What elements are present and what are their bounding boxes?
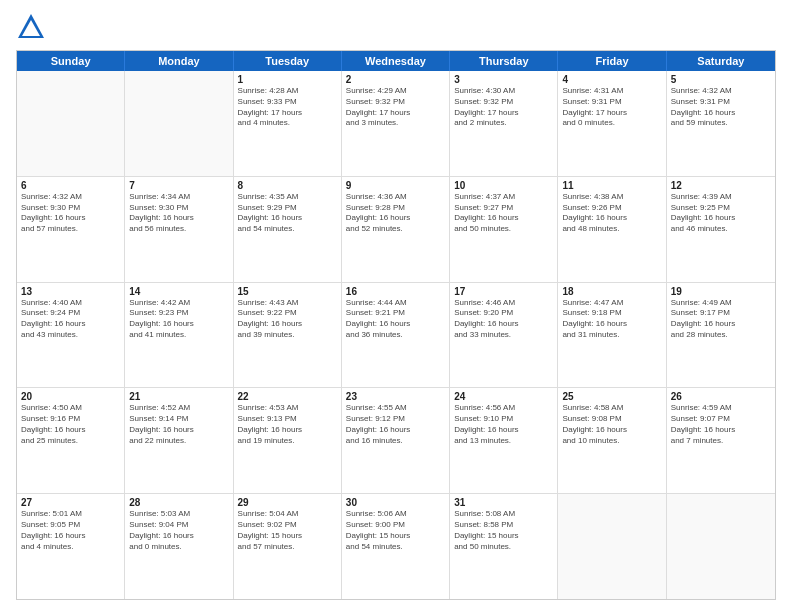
- day-cell-16: 16Sunrise: 4:44 AMSunset: 9:21 PMDayligh…: [342, 283, 450, 388]
- day-info: Sunrise: 5:01 AMSunset: 9:05 PMDaylight:…: [21, 509, 120, 552]
- day-number: 7: [129, 180, 228, 191]
- day-info: Sunrise: 4:42 AMSunset: 9:23 PMDaylight:…: [129, 298, 228, 341]
- day-number: 16: [346, 286, 445, 297]
- day-number: 31: [454, 497, 553, 508]
- day-info: Sunrise: 4:32 AMSunset: 9:30 PMDaylight:…: [21, 192, 120, 235]
- day-cell-8: 8Sunrise: 4:35 AMSunset: 9:29 PMDaylight…: [234, 177, 342, 282]
- day-number: 14: [129, 286, 228, 297]
- day-info: Sunrise: 4:39 AMSunset: 9:25 PMDaylight:…: [671, 192, 771, 235]
- calendar-row-1: 1Sunrise: 4:28 AMSunset: 9:33 PMDaylight…: [17, 71, 775, 177]
- day-info: Sunrise: 5:08 AMSunset: 8:58 PMDaylight:…: [454, 509, 553, 552]
- day-number: 15: [238, 286, 337, 297]
- day-info: Sunrise: 4:53 AMSunset: 9:13 PMDaylight:…: [238, 403, 337, 446]
- day-info: Sunrise: 4:58 AMSunset: 9:08 PMDaylight:…: [562, 403, 661, 446]
- header-day-thursday: Thursday: [450, 51, 558, 71]
- day-info: Sunrise: 4:56 AMSunset: 9:10 PMDaylight:…: [454, 403, 553, 446]
- day-info: Sunrise: 4:34 AMSunset: 9:30 PMDaylight:…: [129, 192, 228, 235]
- empty-cell: [558, 494, 666, 599]
- day-cell-2: 2Sunrise: 4:29 AMSunset: 9:32 PMDaylight…: [342, 71, 450, 176]
- header-day-monday: Monday: [125, 51, 233, 71]
- day-cell-1: 1Sunrise: 4:28 AMSunset: 9:33 PMDaylight…: [234, 71, 342, 176]
- page: SundayMondayTuesdayWednesdayThursdayFrid…: [0, 0, 792, 612]
- day-cell-18: 18Sunrise: 4:47 AMSunset: 9:18 PMDayligh…: [558, 283, 666, 388]
- day-info: Sunrise: 4:31 AMSunset: 9:31 PMDaylight:…: [562, 86, 661, 129]
- logo-icon: [16, 12, 46, 42]
- day-cell-5: 5Sunrise: 4:32 AMSunset: 9:31 PMDaylight…: [667, 71, 775, 176]
- day-cell-3: 3Sunrise: 4:30 AMSunset: 9:32 PMDaylight…: [450, 71, 558, 176]
- header-day-wednesday: Wednesday: [342, 51, 450, 71]
- day-number: 6: [21, 180, 120, 191]
- day-cell-4: 4Sunrise: 4:31 AMSunset: 9:31 PMDaylight…: [558, 71, 666, 176]
- day-info: Sunrise: 4:49 AMSunset: 9:17 PMDaylight:…: [671, 298, 771, 341]
- day-number: 3: [454, 74, 553, 85]
- day-number: 23: [346, 391, 445, 402]
- calendar-row-5: 27Sunrise: 5:01 AMSunset: 9:05 PMDayligh…: [17, 494, 775, 599]
- day-number: 22: [238, 391, 337, 402]
- day-number: 26: [671, 391, 771, 402]
- day-cell-22: 22Sunrise: 4:53 AMSunset: 9:13 PMDayligh…: [234, 388, 342, 493]
- calendar-row-3: 13Sunrise: 4:40 AMSunset: 9:24 PMDayligh…: [17, 283, 775, 389]
- day-number: 10: [454, 180, 553, 191]
- day-number: 9: [346, 180, 445, 191]
- day-cell-23: 23Sunrise: 4:55 AMSunset: 9:12 PMDayligh…: [342, 388, 450, 493]
- day-cell-28: 28Sunrise: 5:03 AMSunset: 9:04 PMDayligh…: [125, 494, 233, 599]
- day-info: Sunrise: 4:44 AMSunset: 9:21 PMDaylight:…: [346, 298, 445, 341]
- day-cell-7: 7Sunrise: 4:34 AMSunset: 9:30 PMDaylight…: [125, 177, 233, 282]
- empty-cell: [125, 71, 233, 176]
- day-number: 11: [562, 180, 661, 191]
- day-info: Sunrise: 4:43 AMSunset: 9:22 PMDaylight:…: [238, 298, 337, 341]
- day-info: Sunrise: 4:55 AMSunset: 9:12 PMDaylight:…: [346, 403, 445, 446]
- day-info: Sunrise: 4:30 AMSunset: 9:32 PMDaylight:…: [454, 86, 553, 129]
- day-number: 29: [238, 497, 337, 508]
- day-info: Sunrise: 4:32 AMSunset: 9:31 PMDaylight:…: [671, 86, 771, 129]
- calendar-row-2: 6Sunrise: 4:32 AMSunset: 9:30 PMDaylight…: [17, 177, 775, 283]
- day-number: 13: [21, 286, 120, 297]
- day-number: 5: [671, 74, 771, 85]
- day-number: 2: [346, 74, 445, 85]
- day-number: 19: [671, 286, 771, 297]
- day-number: 18: [562, 286, 661, 297]
- day-info: Sunrise: 4:28 AMSunset: 9:33 PMDaylight:…: [238, 86, 337, 129]
- day-cell-27: 27Sunrise: 5:01 AMSunset: 9:05 PMDayligh…: [17, 494, 125, 599]
- day-info: Sunrise: 4:52 AMSunset: 9:14 PMDaylight:…: [129, 403, 228, 446]
- day-info: Sunrise: 4:59 AMSunset: 9:07 PMDaylight:…: [671, 403, 771, 446]
- day-cell-15: 15Sunrise: 4:43 AMSunset: 9:22 PMDayligh…: [234, 283, 342, 388]
- day-info: Sunrise: 4:50 AMSunset: 9:16 PMDaylight:…: [21, 403, 120, 446]
- day-cell-10: 10Sunrise: 4:37 AMSunset: 9:27 PMDayligh…: [450, 177, 558, 282]
- header-day-saturday: Saturday: [667, 51, 775, 71]
- day-cell-21: 21Sunrise: 4:52 AMSunset: 9:14 PMDayligh…: [125, 388, 233, 493]
- calendar-body: 1Sunrise: 4:28 AMSunset: 9:33 PMDaylight…: [17, 71, 775, 599]
- day-info: Sunrise: 4:37 AMSunset: 9:27 PMDaylight:…: [454, 192, 553, 235]
- day-cell-12: 12Sunrise: 4:39 AMSunset: 9:25 PMDayligh…: [667, 177, 775, 282]
- day-cell-29: 29Sunrise: 5:04 AMSunset: 9:02 PMDayligh…: [234, 494, 342, 599]
- day-number: 27: [21, 497, 120, 508]
- header: [16, 12, 776, 42]
- day-number: 30: [346, 497, 445, 508]
- day-info: Sunrise: 4:38 AMSunset: 9:26 PMDaylight:…: [562, 192, 661, 235]
- day-number: 28: [129, 497, 228, 508]
- day-cell-26: 26Sunrise: 4:59 AMSunset: 9:07 PMDayligh…: [667, 388, 775, 493]
- day-cell-9: 9Sunrise: 4:36 AMSunset: 9:28 PMDaylight…: [342, 177, 450, 282]
- logo: [16, 12, 50, 42]
- empty-cell: [17, 71, 125, 176]
- day-cell-31: 31Sunrise: 5:08 AMSunset: 8:58 PMDayligh…: [450, 494, 558, 599]
- day-cell-11: 11Sunrise: 4:38 AMSunset: 9:26 PMDayligh…: [558, 177, 666, 282]
- header-day-tuesday: Tuesday: [234, 51, 342, 71]
- day-info: Sunrise: 4:35 AMSunset: 9:29 PMDaylight:…: [238, 192, 337, 235]
- day-info: Sunrise: 4:36 AMSunset: 9:28 PMDaylight:…: [346, 192, 445, 235]
- day-info: Sunrise: 5:06 AMSunset: 9:00 PMDaylight:…: [346, 509, 445, 552]
- day-info: Sunrise: 4:46 AMSunset: 9:20 PMDaylight:…: [454, 298, 553, 341]
- day-cell-20: 20Sunrise: 4:50 AMSunset: 9:16 PMDayligh…: [17, 388, 125, 493]
- day-cell-17: 17Sunrise: 4:46 AMSunset: 9:20 PMDayligh…: [450, 283, 558, 388]
- day-cell-19: 19Sunrise: 4:49 AMSunset: 9:17 PMDayligh…: [667, 283, 775, 388]
- day-info: Sunrise: 4:47 AMSunset: 9:18 PMDaylight:…: [562, 298, 661, 341]
- day-number: 24: [454, 391, 553, 402]
- calendar-row-4: 20Sunrise: 4:50 AMSunset: 9:16 PMDayligh…: [17, 388, 775, 494]
- header-day-sunday: Sunday: [17, 51, 125, 71]
- day-cell-6: 6Sunrise: 4:32 AMSunset: 9:30 PMDaylight…: [17, 177, 125, 282]
- day-cell-25: 25Sunrise: 4:58 AMSunset: 9:08 PMDayligh…: [558, 388, 666, 493]
- header-day-friday: Friday: [558, 51, 666, 71]
- day-number: 25: [562, 391, 661, 402]
- day-number: 21: [129, 391, 228, 402]
- day-number: 8: [238, 180, 337, 191]
